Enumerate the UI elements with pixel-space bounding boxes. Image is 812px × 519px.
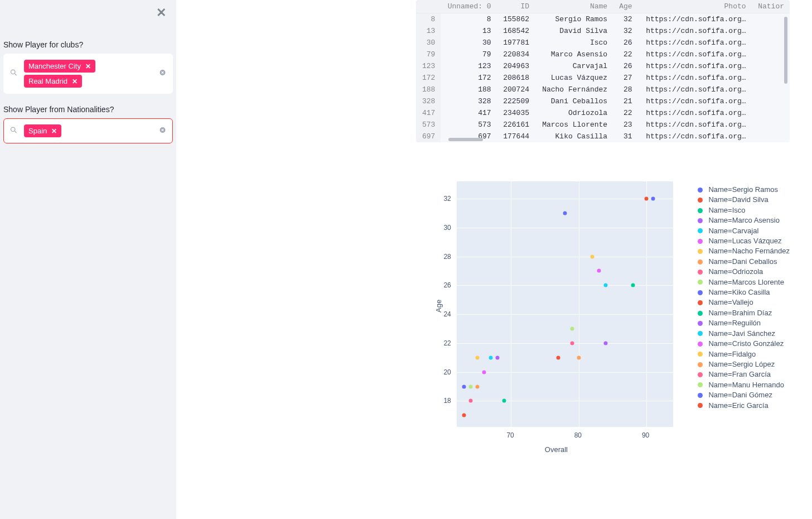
- legend-label: Name=Sergio Ramos: [708, 185, 778, 195]
- scatter-point[interactable]: [496, 355, 500, 359]
- legend-item[interactable]: Name=Vallejo: [698, 297, 790, 307]
- legend-item[interactable]: Name=Odriozola: [698, 267, 790, 277]
- scatter-point[interactable]: [563, 211, 567, 215]
- legend-item[interactable]: Name=Sergio López: [698, 359, 790, 369]
- legend-dot-icon: [698, 198, 703, 203]
- legend-item[interactable]: Name=Lucas Vázquez: [698, 236, 790, 246]
- scatter-point[interactable]: [570, 341, 574, 345]
- scatter-point[interactable]: [570, 327, 574, 331]
- y-tick: 28: [443, 253, 451, 261]
- column-header[interactable]: Photo: [638, 0, 752, 13]
- legend-dot-icon: [698, 311, 703, 316]
- close-icon[interactable]: ✕: [156, 6, 166, 20]
- legend-item[interactable]: Name=Manu Hernando: [698, 380, 790, 390]
- row-index: 697: [416, 131, 441, 142]
- table-row[interactable]: 328328222509Dani Ceballos21https://cdn.s…: [416, 95, 790, 107]
- horizontal-scrollbar[interactable]: [448, 138, 483, 141]
- scatter-point[interactable]: [644, 197, 648, 201]
- legend-item[interactable]: Name=David Silva: [698, 195, 790, 205]
- scatter-point[interactable]: [502, 399, 506, 403]
- column-header[interactable]: Age: [613, 0, 637, 13]
- y-tick: 22: [443, 339, 451, 347]
- legend-item[interactable]: Name=Isco: [698, 205, 790, 215]
- scatter-point[interactable]: [577, 355, 581, 359]
- table-row[interactable]: 7979220834Marco Asensio22https://cdn.sof…: [416, 49, 790, 60]
- legend-item[interactable]: Name=Brahim Díaz: [698, 308, 790, 318]
- scatter-point[interactable]: [462, 414, 466, 417]
- legend-item[interactable]: Name=Sergio Ramos: [698, 185, 790, 195]
- sidebar: ✕ Show Player for clubs? Manchester City…: [0, 0, 176, 519]
- legend-label: Name=Marcos Llorente: [708, 277, 784, 287]
- table-row[interactable]: 123123204963Carvajal26https://cdn.sofifa…: [416, 60, 790, 72]
- legend-item[interactable]: Name=Reguilón: [698, 318, 790, 328]
- scatter-point[interactable]: [468, 399, 472, 403]
- row-index: 188: [416, 84, 441, 95]
- legend-item[interactable]: Name=Marco Asensio: [698, 215, 790, 225]
- legend-item[interactable]: Name=Dani Ceballos: [698, 257, 790, 267]
- legend-item[interactable]: Name=Javi Sánchez: [698, 329, 790, 339]
- legend-item[interactable]: Name=Cristo González: [698, 339, 790, 349]
- scatter-point[interactable]: [631, 283, 635, 287]
- legend-item[interactable]: Name=Nacho Fernández: [698, 246, 790, 256]
- column-header[interactable]: Name: [535, 0, 613, 13]
- legend-label: Name=Lucas Vázquez: [708, 236, 781, 246]
- table-row[interactable]: 1313168542David Silva32https://cdn.sofif…: [416, 25, 790, 37]
- scatter-point[interactable]: [482, 370, 486, 374]
- chart-legend[interactable]: Name=Sergio RamosName=David SilvaName=Is…: [684, 176, 790, 455]
- legend-item[interactable]: Name=Kiko Casilla: [698, 287, 790, 297]
- legend-item[interactable]: Name=Eric García: [698, 401, 790, 411]
- legend-label: Name=Vallejo: [708, 297, 753, 307]
- column-header[interactable]: Natior: [752, 0, 790, 13]
- scatter-point[interactable]: [489, 355, 493, 359]
- remove-tag-icon[interactable]: ✕: [51, 127, 57, 135]
- remove-tag-icon[interactable]: ✕: [72, 78, 78, 85]
- svg-point-0: [11, 70, 16, 74]
- clubs-multiselect[interactable]: Manchester City✕Real Madrid✕: [3, 54, 173, 94]
- table-row[interactable]: 172172208618Lucas Vázquez27https://cdn.s…: [416, 72, 790, 84]
- table-row[interactable]: 573573226161Marcos Llorente23https://cdn…: [416, 119, 790, 131]
- clear-icon[interactable]: [158, 126, 167, 136]
- scatter-point[interactable]: [604, 283, 608, 287]
- legend-label: Name=Isco: [708, 205, 745, 215]
- search-icon: [9, 69, 18, 79]
- data-table[interactable]: Unnamed: 0IDNameAgePhotoNatior 88155862S…: [416, 0, 790, 142]
- table-row[interactable]: 3030197781Isco26https://cdn.sofifa.org…: [416, 37, 790, 49]
- tag[interactable]: Manchester City✕: [24, 60, 95, 73]
- table-row[interactable]: 188188200724Nacho Fernández28https://cdn…: [416, 84, 790, 95]
- y-tick: 24: [443, 310, 451, 318]
- nationalities-multiselect[interactable]: Spain✕: [3, 118, 173, 143]
- legend-label: Name=Dani Ceballos: [708, 257, 777, 267]
- row-index: 573: [416, 119, 441, 131]
- legend-dot-icon: [698, 393, 703, 398]
- legend-label: Name=Nacho Fernández: [708, 246, 790, 256]
- legend-dot-icon: [698, 300, 703, 305]
- x-tick: 90: [642, 431, 649, 439]
- column-header[interactable]: Unnamed: 0: [441, 0, 496, 13]
- scatter-point[interactable]: [597, 269, 601, 273]
- legend-item[interactable]: Name=Carvajal: [698, 226, 790, 236]
- scatter-point[interactable]: [651, 197, 655, 201]
- table-row[interactable]: 417417234035Odriozola22https://cdn.sofif…: [416, 107, 790, 119]
- scatter-point[interactable]: [557, 355, 560, 359]
- scatter-point[interactable]: [462, 385, 466, 388]
- legend-item[interactable]: Name=Fidalgo: [698, 349, 790, 359]
- legend-item[interactable]: Name=Fran García: [698, 369, 790, 379]
- vertical-scrollbar[interactable]: [784, 17, 787, 84]
- tag[interactable]: Spain✕: [24, 124, 61, 137]
- legend-item[interactable]: Name=Dani Gómez: [698, 390, 790, 400]
- scatter-point[interactable]: [475, 355, 479, 359]
- scatter-point[interactable]: [468, 385, 472, 388]
- label-nationalities: Show Player from Nationalities?: [3, 105, 173, 114]
- remove-tag-icon[interactable]: ✕: [85, 63, 91, 70]
- scatter-point[interactable]: [604, 341, 608, 345]
- legend-dot-icon: [698, 403, 703, 408]
- tag[interactable]: Real Madrid✕: [24, 75, 82, 88]
- clear-icon[interactable]: [158, 69, 167, 79]
- tag-label: Real Madrid: [28, 77, 67, 85]
- scatter-point[interactable]: [590, 254, 594, 258]
- scatter-point[interactable]: [475, 385, 479, 388]
- table-row[interactable]: 88155862Sergio Ramos32https://cdn.sofifa…: [416, 13, 790, 26]
- legend-item[interactable]: Name=Marcos Llorente: [698, 277, 790, 287]
- scatter-chart[interactable]: Age Overall 7080901820222426283032: [428, 176, 684, 455]
- column-header[interactable]: ID: [497, 0, 535, 13]
